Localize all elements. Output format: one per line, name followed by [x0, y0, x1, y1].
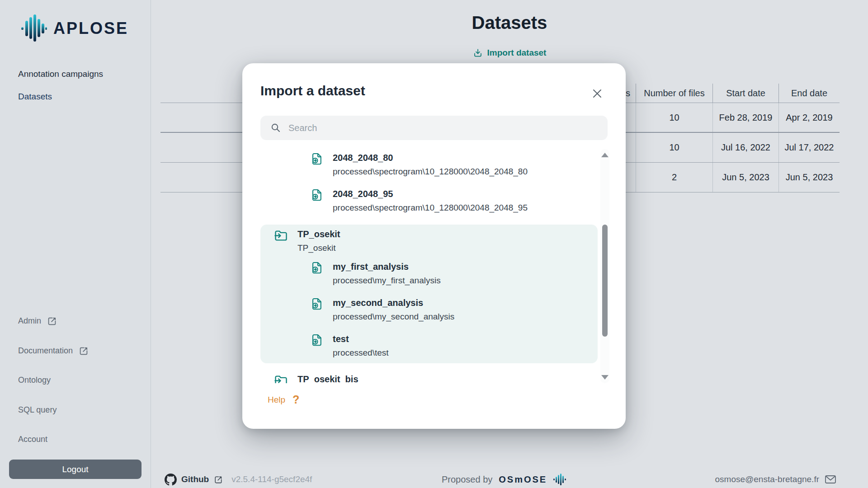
search-input[interactable] — [288, 116, 608, 140]
sidebar-item-ontology[interactable]: Ontology — [18, 374, 51, 386]
file-import-icon — [310, 152, 324, 178]
column-header-start-date: Start date — [713, 84, 779, 103]
sidebar-link-label: Account — [18, 433, 47, 445]
aplose-app: APLOSE Annotation campaigns Datasets Adm… — [0, 0, 868, 488]
download-icon — [473, 48, 483, 58]
dataset-path: processed\my_second_analysis — [333, 311, 454, 323]
github-link[interactable]: Github — [181, 474, 209, 484]
footer-credit: Proposed by OSmOSE — [442, 473, 567, 486]
sidebar-item-datasets[interactable]: Datasets — [18, 91, 52, 103]
external-link-icon — [78, 346, 88, 356]
import-dataset-button[interactable]: Import dataset — [473, 48, 547, 58]
list-item-my_first_analysis[interactable]: my_first_analysis processed\my_first_ana… — [310, 261, 441, 286]
import-dataset-label: Import dataset — [487, 48, 547, 58]
file-import-icon — [310, 333, 324, 359]
column-header-number-of-files: Number of files — [636, 84, 713, 103]
end-date: Jul 17, 2022 — [779, 133, 840, 162]
contact-email[interactable]: osmose@ensta-bretagne.fr — [715, 474, 819, 484]
list-item-test[interactable]: test processed\test — [310, 333, 389, 359]
end-date: Apr 2, 2019 — [779, 103, 840, 132]
list-item-TP_osekit_bis[interactable]: TP_osekit_bis — [273, 373, 359, 383]
sidebar-item-annotation-campaigns[interactable]: Annotation campaigns — [18, 68, 103, 80]
external-link-icon — [47, 316, 57, 326]
brand-name: APLOSE — [53, 19, 128, 38]
footer-contact: osmose@ensta-bretagne.fr — [715, 473, 836, 486]
logout-button[interactable]: Logout — [9, 460, 142, 479]
scrollbar-thumb[interactable] — [602, 225, 608, 337]
external-link-icon — [213, 475, 222, 484]
column-header-end-date: End date — [779, 84, 840, 103]
search-bar — [260, 116, 608, 140]
footer-github: Github v2.5.4-114-g5ecf2e4f — [165, 473, 312, 486]
scroll-up-icon[interactable] — [601, 153, 609, 157]
page-title: Datasets — [151, 13, 868, 33]
file-import-icon — [310, 261, 324, 286]
dataset-path: processed\test — [333, 347, 389, 359]
sidebar-item-account[interactable]: Account — [18, 433, 47, 445]
scroll-down-icon[interactable] — [601, 375, 609, 380]
github-icon[interactable] — [165, 474, 177, 486]
folder-import-icon — [273, 228, 288, 254]
dataset-name: test — [333, 333, 389, 345]
dataset-path: processed\my_first_analysis — [333, 275, 441, 286]
list-item-2048_2048_80[interactable]: 2048_2048_80 processed\spectrogram\10_12… — [310, 152, 528, 178]
list-scrollbar[interactable] — [600, 149, 609, 383]
end-date: Jun 5, 2023 — [779, 163, 840, 192]
dataset-path: TP_osekit — [297, 242, 340, 254]
file-import-icon — [310, 297, 324, 323]
file-import-icon — [310, 188, 324, 214]
list-item-2048_2048_95[interactable]: 2048_2048_95 processed\spectrogram\10_12… — [310, 188, 528, 214]
dataset-list: 2048_2048_80 processed\spectrogram\10_12… — [260, 149, 598, 383]
dataset-path: processed\spectrogram\10_128000\2048_204… — [333, 166, 528, 178]
mail-icon — [825, 474, 836, 484]
dataset-name: my_second_analysis — [333, 297, 454, 309]
selected-dataset-group: TP_osekit TP_osekit my_first_analysis pr… — [260, 225, 598, 363]
list-item-TP_osekit[interactable]: TP_osekit TP_osekit — [273, 228, 340, 254]
sidebar-link-label: Admin — [18, 315, 41, 327]
sidebar-link-label: Documentation — [18, 345, 73, 357]
question-mark-icon: ? — [292, 393, 299, 406]
waveform-logo-icon — [21, 14, 47, 43]
sidebar: APLOSE Annotation campaigns Datasets Adm… — [0, 0, 151, 488]
dataset-path: processed\spectrogram\10_128000\2048_204… — [333, 202, 528, 214]
dataset-name: my_first_analysis — [333, 261, 441, 272]
files-count: 10 — [636, 103, 713, 132]
dataset-name: TP_osekit — [297, 228, 340, 240]
help-link[interactable]: Help ? — [268, 393, 299, 406]
aplose-logo[interactable]: APLOSE — [21, 14, 128, 43]
import-dataset-modal: Import a dataset 2048_2048_80 processed\… — [242, 63, 626, 429]
version-label: v2.5.4-114-g5ecf2e4f — [231, 474, 312, 484]
dataset-name: 2048_2048_95 — [333, 188, 528, 200]
sidebar-item-sql-query[interactable]: SQL query — [18, 404, 57, 416]
search-icon — [270, 122, 281, 133]
osmose-brand[interactable]: OSmOSE — [499, 474, 547, 485]
folder-import-icon — [273, 373, 288, 383]
start-date: Jun 5, 2023 — [713, 163, 779, 192]
files-count: 10 — [636, 133, 713, 162]
start-date: Feb 28, 2019 — [713, 103, 779, 132]
help-label: Help — [268, 395, 285, 405]
close-icon[interactable] — [590, 87, 604, 100]
osmose-waveform-icon — [553, 473, 567, 486]
sidebar-item-documentation[interactable]: Documentation — [18, 345, 88, 357]
sidebar-link-label: Ontology — [18, 374, 51, 386]
files-count: 2 — [636, 163, 713, 192]
modal-title: Import a dataset — [260, 83, 365, 99]
sidebar-link-label: SQL query — [18, 404, 57, 416]
dataset-name: TP_osekit_bis — [297, 373, 359, 383]
start-date: Jul 16, 2022 — [713, 133, 779, 162]
list-item-my_second_analysis[interactable]: my_second_analysis processed\my_second_a… — [310, 297, 454, 323]
sidebar-item-admin[interactable]: Admin — [18, 315, 57, 327]
dataset-name: 2048_2048_80 — [333, 152, 528, 164]
proposed-by-label: Proposed by — [442, 474, 492, 485]
